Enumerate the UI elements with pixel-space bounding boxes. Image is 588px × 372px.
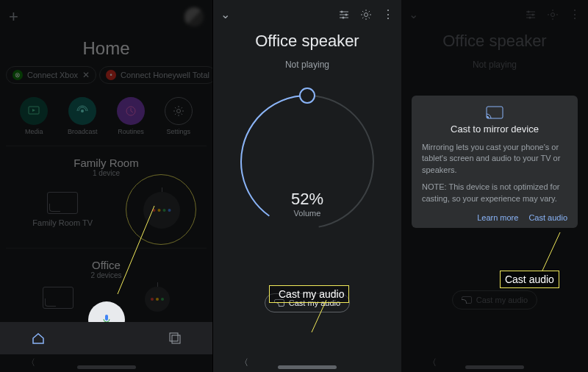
svg-rect-4: [170, 333, 178, 341]
svg-point-9: [342, 16, 344, 18]
bottom-nav: [0, 322, 212, 354]
volume-label: Volume: [291, 209, 323, 218]
svg-point-20: [487, 117, 488, 118]
equalizer-icon[interactable]: [338, 10, 350, 20]
volume-readout: 52% Volume: [291, 190, 323, 218]
cast-callout: Cast my audio: [269, 285, 349, 303]
dialog-actions: Learn more Cast audio: [422, 213, 567, 222]
nav-pill[interactable]: [278, 365, 337, 369]
speaker-pane: ⌄ ⋮ Office speaker Not playing 52% Volum…: [213, 0, 401, 372]
back-icon[interactable]: 〈: [240, 357, 248, 369]
svg-point-10: [364, 12, 368, 16]
dialog-note: NOTE: This device is not optimized for c…: [422, 182, 567, 204]
cast-mirror-dialog: Cast to mirror device Mirroring lets you…: [412, 96, 578, 228]
callout-label: Cast my audio: [279, 288, 344, 300]
playback-status: Not playing: [213, 60, 401, 70]
dialog-body: Mirroring lets you cast your phone's or …: [422, 142, 567, 176]
svg-point-13: [300, 88, 315, 103]
volume-dial[interactable]: 52% Volume: [230, 85, 384, 239]
device-title: Office speaker: [213, 32, 401, 51]
home-pane: + Home ⊗ Connect Xbox ✕ • Connect Honeyw…: [0, 0, 213, 372]
callout-label: Cast audio: [505, 273, 554, 285]
home-tab-icon[interactable]: [31, 331, 46, 346]
feed-tab-icon[interactable]: [168, 332, 182, 345]
cast-audio-callout: Cast audio: [500, 271, 559, 288]
more-icon[interactable]: ⋮: [382, 7, 394, 21]
svg-point-7: [340, 10, 343, 12]
learn-more-button[interactable]: Learn more: [477, 213, 518, 222]
svg-rect-5: [172, 335, 180, 343]
svg-rect-19: [487, 107, 503, 118]
dialog-pane: ⌄ ⋮ Office speaker Not playing 52% Volum…: [401, 0, 588, 372]
speaker-header: ⌄ ⋮: [213, 0, 401, 29]
dialog-title: Cast to mirror device: [422, 124, 567, 135]
svg-point-8: [345, 13, 347, 15]
cast-audio-button[interactable]: Cast audio: [528, 213, 567, 222]
volume-percent: 52%: [291, 190, 323, 209]
gear-icon[interactable]: [360, 9, 372, 21]
cast-icon: [422, 106, 567, 119]
collapse-icon[interactable]: ⌄: [220, 7, 230, 21]
